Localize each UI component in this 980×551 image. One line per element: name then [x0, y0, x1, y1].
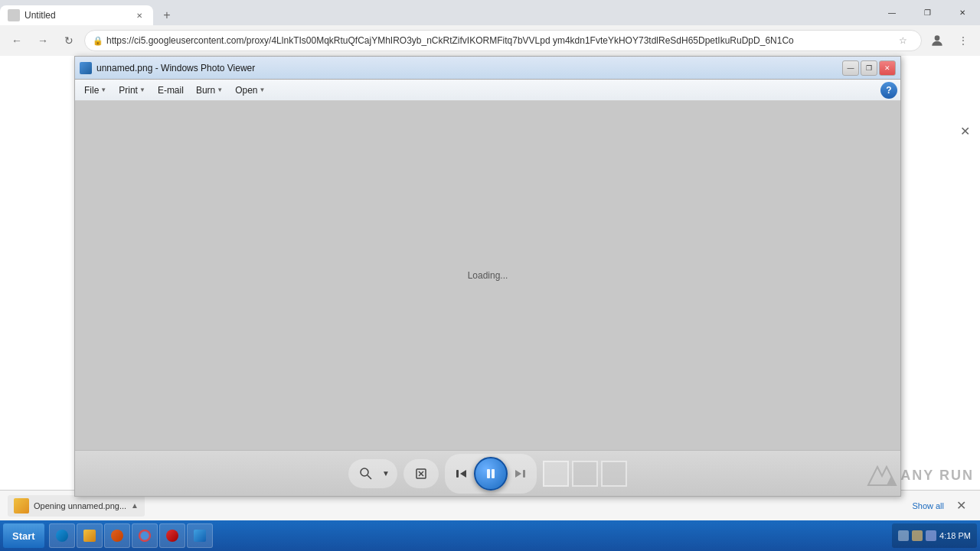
svg-rect-6 — [456, 470, 459, 478]
wpv-thumb-1[interactable] — [543, 461, 569, 487]
taskbar: Start 4:18 PM — [0, 520, 980, 551]
wpv-menu-email-label: E-mail — [158, 85, 184, 96]
wpv-close-button[interactable]: ✕ — [879, 60, 896, 76]
wpv-fit-group — [403, 459, 439, 488]
svg-point-0 — [935, 35, 940, 41]
tab-close-button[interactable]: ✕ — [133, 9, 145, 21]
show-all-downloads-button[interactable]: Show all — [912, 501, 944, 510]
wpv-image-area: Loading... — [75, 101, 900, 450]
wpv-menu-open-arrow: ▼ — [260, 86, 266, 93]
wpv-minimize-button[interactable]: — — [842, 60, 859, 76]
wpv-menu-email[interactable]: E-mail — [152, 81, 190, 99]
wpv-zoom-group: ▼ — [348, 459, 397, 488]
wpv-menu-open-label: Open — [235, 85, 257, 96]
wpv-nav-group — [445, 454, 537, 494]
wpv-menu-print-arrow: ▼ — [139, 86, 145, 93]
bookmark-star-icon[interactable]: ☆ — [892, 30, 913, 51]
system-tray: 4:18 PM — [892, 523, 977, 548]
tab-title: Untitled — [24, 10, 133, 21]
wpv-menu-file-label: File — [84, 85, 99, 96]
wpv-bottom-toolbar: ▼ — [75, 450, 900, 496]
chrome-window-controls: — ❐ ✕ — [874, 0, 980, 25]
wpv-thumb-3[interactable] — [601, 461, 627, 487]
wpv-menu-print-label: Print — [119, 85, 138, 96]
new-tab-button[interactable]: + — [156, 5, 178, 25]
wpv-menu-burn-arrow: ▼ — [217, 86, 223, 93]
download-item: Opening unnamed.png... ▲ — [8, 495, 145, 517]
chrome-close-button[interactable]: ✕ — [945, 0, 980, 25]
wpv-menu-print[interactable]: Print ▼ — [113, 81, 152, 99]
download-filename: Opening unnamed.png... — [34, 501, 126, 510]
reload-button[interactable]: ↻ — [58, 30, 80, 51]
svg-marker-11 — [515, 470, 521, 478]
anyrun-text: ANY RUN — [900, 468, 974, 484]
wpv-zoom-button[interactable] — [354, 462, 377, 485]
chrome-menu-button[interactable]: ⋮ — [952, 30, 974, 51]
svg-marker-7 — [460, 470, 466, 478]
wpv-fit-button[interactable] — [410, 462, 433, 485]
wpv-loading-text: Loading... — [468, 270, 508, 281]
wpv-app-icon — [80, 62, 92, 74]
wpv-prev-button[interactable] — [451, 463, 472, 484]
chrome-taskbar-icon — [139, 530, 151, 542]
taskbar-folder-button[interactable] — [77, 523, 103, 548]
wpv-restore-button[interactable]: ❐ — [861, 60, 877, 76]
wpv-next-button[interactable] — [509, 463, 531, 484]
antivirus-icon — [166, 530, 178, 542]
wpv-titlebar: unnamed.png - Windows Photo Viewer — ❐ ✕ — [75, 57, 900, 80]
anyrun-watermark: ANY RUN — [861, 461, 980, 490]
wpv-menu-burn-label: Burn — [196, 85, 215, 96]
svg-rect-9 — [492, 469, 495, 478]
download-options-arrow[interactable]: ▲ — [131, 501, 139, 510]
systray-icon-1 — [898, 530, 909, 541]
svg-point-1 — [361, 468, 368, 476]
tab-favicon — [8, 9, 20, 21]
systray-icon-2 — [912, 530, 923, 541]
wpv-play-stop-button[interactable] — [474, 457, 508, 491]
chrome-minimize-button[interactable]: — — [874, 0, 910, 25]
svg-line-2 — [368, 475, 371, 479]
start-button[interactable]: Start — [3, 523, 44, 548]
folder-icon — [83, 530, 96, 542]
wpv-menu-bar: File ▼ Print ▼ E-mail Burn ▼ Open ▼ — [75, 80, 900, 101]
chrome-content-area: unnamed.png - Windows Photo Viewer — ❐ ✕… — [0, 56, 980, 490]
wpv-menu-file-arrow: ▼ — [100, 86, 106, 93]
download-file-icon — [14, 498, 29, 514]
windows-photo-viewer-window: unnamed.png - Windows Photo Viewer — ❐ ✕… — [74, 56, 901, 497]
download-bar-close-button[interactable]: ✕ — [950, 497, 972, 514]
chrome-tab-bar: Untitled ✕ + — ❐ ✕ — [0, 0, 980, 25]
taskbar-photo-viewer-button[interactable] — [187, 523, 213, 548]
taskbar-chrome-button[interactable] — [132, 523, 158, 548]
taskbar-media-button[interactable] — [104, 523, 130, 548]
address-bar[interactable]: 🔒 https://ci5.googleusercontent.com/prox… — [84, 30, 922, 51]
wpv-title: unnamed.png - Windows Photo Viewer — [96, 63, 842, 73]
media-player-icon — [111, 530, 123, 542]
systray-clock[interactable]: 4:18 PM — [939, 530, 971, 541]
wpv-zoom-dropdown[interactable]: ▼ — [381, 462, 391, 485]
wpv-window-controls: — ❐ ✕ — [842, 60, 896, 76]
lock-icon: 🔒 — [93, 36, 103, 46]
taskbar-ie-button[interactable] — [49, 523, 75, 548]
svg-rect-10 — [523, 470, 525, 478]
wpv-menu-open[interactable]: Open ▼ — [229, 81, 271, 99]
chrome-panel-close-button[interactable]: ✕ — [957, 123, 972, 139]
chrome-restore-button[interactable]: ❐ — [910, 0, 945, 25]
photo-viewer-taskbar-icon — [194, 530, 206, 542]
back-button[interactable]: ← — [6, 30, 28, 51]
chrome-profile-button[interactable] — [926, 30, 948, 51]
chrome-tab-active[interactable]: Untitled ✕ — [0, 5, 153, 25]
wpv-help-button[interactable]: ? — [880, 82, 897, 99]
wpv-menu-file[interactable]: File ▼ — [78, 81, 113, 99]
taskbar-antivirus-button[interactable] — [159, 523, 185, 548]
forward-button[interactable]: → — [32, 30, 54, 51]
svg-marker-13 — [887, 476, 896, 485]
wpv-thumb-2[interactable] — [572, 461, 598, 487]
systray-icon-3 — [926, 530, 936, 541]
svg-rect-8 — [487, 469, 490, 478]
start-label: Start — [12, 530, 35, 542]
wpv-thumbnail-strip — [543, 461, 627, 487]
ie-icon — [56, 530, 68, 542]
chrome-browser: Untitled ✕ + — ❐ ✕ ← → ↻ 🔒 https://ci5.g… — [0, 0, 980, 551]
address-text: https://ci5.googleusercontent.com/proxy/… — [106, 35, 892, 46]
wpv-menu-burn[interactable]: Burn ▼ — [190, 81, 229, 99]
